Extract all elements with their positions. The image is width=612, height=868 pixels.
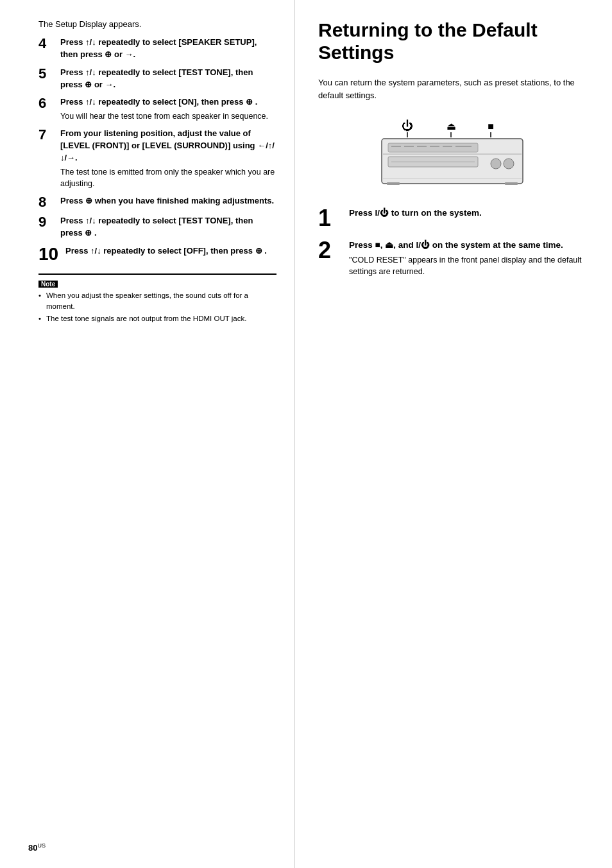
note-box: Note When you adjust the speaker setting…	[38, 273, 276, 325]
right-step-1-content: Press I/⏻ to turn on the system.	[349, 207, 586, 221]
step-4-number: 4	[38, 37, 56, 51]
right-title: Returning to the Default Settings	[318, 19, 586, 64]
right-step-2-sub: "COLD RESET" appears in the front panel …	[349, 254, 586, 277]
step-9: 9 Press ↑/↓ repeatedly to select [TEST T…	[38, 215, 276, 239]
page-number-value: 80	[28, 843, 37, 853]
step-9-main: Press ↑/↓ repeatedly to select [TEST TON…	[60, 215, 276, 239]
step-8-number: 8	[38, 195, 56, 209]
note-item-1: When you adjust the speaker settings, th…	[38, 290, 276, 313]
right-step-2-number: 2	[318, 239, 345, 262]
step-5: 5 Press ↑/↓ repeatedly to select [TEST T…	[38, 67, 276, 91]
step-8-content: Press ⊕ when you have finished making ad…	[60, 195, 276, 207]
step-7-main: From your listening position, adjust the…	[60, 128, 276, 164]
svg-text:⏏: ⏏	[446, 121, 456, 132]
step-6-main: Press ↑/↓ repeatedly to select [ON], the…	[60, 96, 276, 108]
setup-display-text: The Setup Display appears.	[38, 19, 276, 29]
right-step-2-main: Press ■, ⏏, and I/⏻ on the system at the…	[349, 239, 586, 252]
step-10-number: 10	[38, 245, 62, 263]
step-10: 10 Press ↑/↓ repeatedly to select [OFF],…	[38, 245, 276, 263]
step-6-number: 6	[38, 96, 56, 110]
svg-text:⏻: ⏻	[402, 119, 413, 132]
note-label: Note	[38, 281, 58, 288]
right-step-2-content: Press ■, ⏏, and I/⏻ on the system at the…	[349, 239, 586, 277]
left-column: The Setup Display appears. 4 Press ↑/↓ r…	[0, 0, 295, 868]
step-5-main: Press ↑/↓ repeatedly to select [TEST TON…	[60, 67, 276, 91]
svg-point-18	[504, 159, 514, 169]
right-step-2: 2 Press ■, ⏏, and I/⏻ on the system at t…	[318, 239, 586, 277]
step-4: 4 Press ↑/↓ repeatedly to select [SPEAKE…	[38, 37, 276, 61]
step-9-content: Press ↑/↓ repeatedly to select [TEST TON…	[60, 215, 276, 239]
right-step-1-number: 1	[318, 207, 345, 230]
step-5-number: 5	[38, 67, 56, 81]
step-6-sub: You will hear the test tone from each sp…	[60, 110, 276, 122]
svg-rect-21	[505, 182, 518, 185]
step-7-sub: The test tone is emitted from only the s…	[60, 166, 276, 189]
step-7: 7 From your listening position, adjust t…	[38, 128, 276, 189]
page: The Setup Display appears. 4 Press ↑/↓ r…	[0, 0, 612, 868]
svg-point-17	[491, 159, 501, 169]
right-intro: You can return the system parameters, su…	[318, 76, 586, 101]
step-7-content: From your listening position, adjust the…	[60, 128, 276, 189]
step-6: 6 Press ↑/↓ repeatedly to select [ON], t…	[38, 96, 276, 122]
right-column: Returning to the Default Settings You ca…	[295, 0, 612, 868]
step-7-number: 7	[38, 128, 56, 142]
device-illustration: ⏻ ⏏ ■	[369, 116, 536, 193]
note-item-2: The test tone signals are not output fro…	[38, 313, 276, 324]
step-8: 8 Press ⊕ when you have finished making …	[38, 195, 276, 209]
step-5-content: Press ↑/↓ repeatedly to select [TEST TON…	[60, 67, 276, 91]
step-4-main: Press ↑/↓ repeatedly to select [SPEAKER …	[60, 37, 276, 61]
svg-rect-20	[387, 182, 400, 185]
step-10-content: Press ↑/↓ repeatedly to select [OFF], th…	[65, 245, 276, 257]
right-step-1: 1 Press I/⏻ to turn on the system.	[318, 207, 586, 230]
page-suffix: US	[37, 842, 46, 849]
step-9-number: 9	[38, 215, 56, 229]
step-8-main: Press ⊕ when you have finished making ad…	[60, 195, 276, 207]
page-number: 80US	[28, 842, 46, 853]
note-items: When you adjust the speaker settings, th…	[38, 290, 276, 325]
step-10-main: Press ↑/↓ repeatedly to select [OFF], th…	[65, 245, 276, 257]
svg-rect-8	[388, 143, 478, 152]
svg-text:■: ■	[488, 121, 494, 132]
right-step-1-main: Press I/⏻ to turn on the system.	[349, 207, 586, 220]
step-6-content: Press ↑/↓ repeatedly to select [ON], the…	[60, 96, 276, 122]
step-4-content: Press ↑/↓ repeatedly to select [SPEAKER …	[60, 37, 276, 61]
